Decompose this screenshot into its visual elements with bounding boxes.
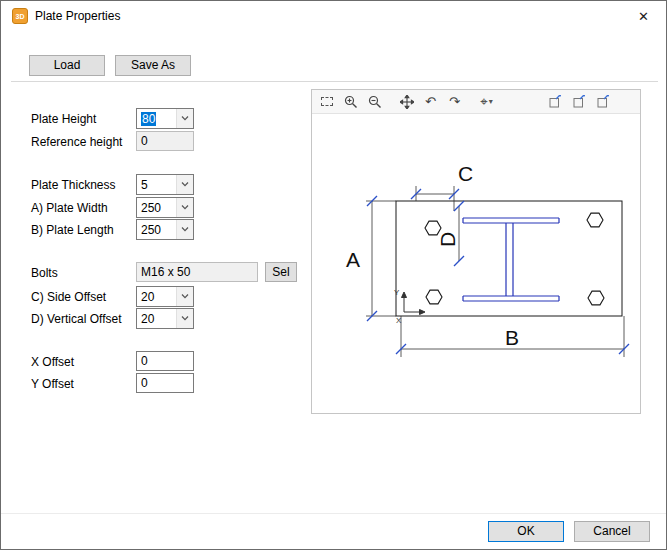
- save-as-button[interactable]: Save As: [115, 55, 191, 76]
- i-beam-section: [463, 218, 559, 301]
- rotate-cw-icon[interactable]: ↷: [446, 93, 463, 110]
- chevron-down-icon[interactable]: ▾: [489, 97, 493, 106]
- pan-icon[interactable]: [398, 93, 415, 110]
- titlebar: 3D Plate Properties ✕: [1, 1, 666, 31]
- plate-length-label: B) Plate Length: [31, 223, 114, 237]
- dimension-d: D: [436, 201, 464, 266]
- x-offset-input[interactable]: [136, 351, 194, 371]
- plate-thickness-value: 5: [137, 175, 176, 194]
- plate-height-value: 80: [141, 112, 156, 126]
- plate-width-combobox[interactable]: 250: [136, 197, 194, 218]
- preview-toolbar: ↶ ↷ ⌖▾: [312, 90, 640, 114]
- y-offset-input[interactable]: [136, 373, 194, 393]
- dimension-b: B: [396, 316, 629, 357]
- y-offset-label: Y Offset: [31, 377, 74, 391]
- bolts-field: M16 x 50: [136, 262, 258, 282]
- axis-y-label: Y: [394, 288, 400, 297]
- dimension-d-label: D: [436, 232, 459, 247]
- plate-thickness-label: Plate Thickness: [31, 178, 116, 192]
- bottom-separator: [1, 513, 667, 514]
- close-button[interactable]: ✕: [621, 1, 666, 31]
- set-origin-icon[interactable]: ⌖▾: [478, 93, 495, 110]
- bolt-hole: [426, 290, 442, 304]
- app-logo-text: 3D: [16, 13, 25, 20]
- side-offset-combobox[interactable]: 20: [136, 286, 194, 307]
- preview-panel: ↶ ↷ ⌖▾: [311, 89, 641, 414]
- plate-thickness-combobox[interactable]: 5: [136, 174, 194, 195]
- side-offset-value: 20: [137, 287, 176, 306]
- x-offset-label: X Offset: [31, 355, 74, 369]
- chevron-down-icon[interactable]: [176, 220, 193, 239]
- plate-length-value: 250: [137, 220, 176, 239]
- plate-width-label: A) Plate Width: [31, 201, 108, 215]
- dimension-a-label: A: [346, 248, 360, 271]
- app-logo-icon: 3D: [12, 8, 28, 24]
- plate-width-value: 250: [137, 198, 176, 217]
- bolt-select-button[interactable]: Sel: [265, 262, 297, 282]
- preview-canvas[interactable]: A B C D: [312, 114, 640, 413]
- reference-height-field: 0: [136, 131, 194, 151]
- reference-height-label: Reference height: [31, 135, 122, 149]
- dimension-c: C: [411, 162, 473, 211]
- bolts-label: Bolts: [31, 266, 58, 280]
- chevron-down-icon[interactable]: [176, 175, 193, 194]
- axis-x-label: X: [396, 316, 402, 325]
- rotate-ccw-icon[interactable]: ↶: [422, 93, 439, 110]
- plate-height-combobox[interactable]: 80: [136, 108, 194, 129]
- window-title: Plate Properties: [35, 9, 120, 23]
- plate-height-label: Plate Height: [31, 112, 96, 126]
- ok-button[interactable]: OK: [488, 521, 564, 542]
- marquee-select-icon[interactable]: [318, 93, 335, 110]
- chevron-down-icon[interactable]: [176, 109, 193, 128]
- vertical-offset-label: D) Vertical Offset: [31, 312, 121, 326]
- chevron-down-icon[interactable]: [176, 287, 193, 306]
- top-separator: [11, 81, 658, 82]
- vertical-offset-combobox[interactable]: 20: [136, 308, 194, 329]
- view-copy-group: [547, 93, 612, 110]
- bolt-hole: [588, 291, 604, 305]
- copy-view-icon-2[interactable]: [571, 93, 588, 110]
- axis-indicator: Y X: [394, 288, 425, 325]
- chevron-down-icon[interactable]: [176, 309, 193, 328]
- side-offset-label: C) Side Offset: [31, 290, 106, 304]
- zoom-out-icon[interactable]: [366, 93, 383, 110]
- dimension-c-label: C: [458, 162, 473, 185]
- load-button[interactable]: Load: [29, 55, 105, 76]
- bolt-hole: [587, 213, 603, 227]
- vertical-offset-value: 20: [137, 309, 176, 328]
- copy-view-icon-1[interactable]: [547, 93, 564, 110]
- dimension-b-label: B: [505, 326, 519, 349]
- plate-properties-dialog: 3D Plate Properties ✕ Load Save As Plate…: [0, 0, 667, 550]
- zoom-in-icon[interactable]: [342, 93, 359, 110]
- copy-view-icon-3[interactable]: [595, 93, 612, 110]
- chevron-down-icon[interactable]: [176, 198, 193, 217]
- dimension-a: A: [346, 196, 396, 321]
- cancel-button[interactable]: Cancel: [574, 521, 650, 542]
- plate-length-combobox[interactable]: 250: [136, 219, 194, 240]
